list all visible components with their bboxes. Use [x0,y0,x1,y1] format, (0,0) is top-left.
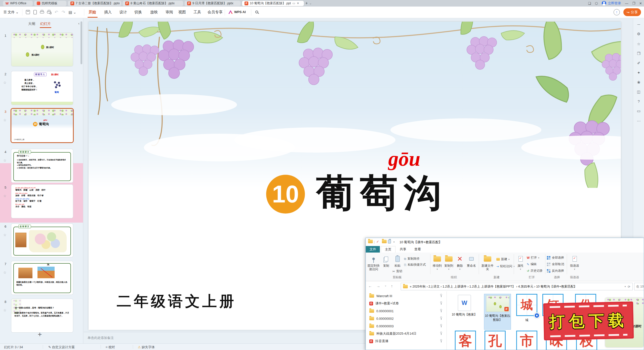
undo-icon[interactable]: ↶ [53,9,59,15]
present-icon[interactable]: ▭ [292,2,295,5]
qa-newfolder-icon[interactable] [382,240,386,244]
breadcrumb[interactable]: « 2025年秋 › 2上语文 › 1.2语上 上课课件 › 1.2语上 上课课… [410,285,623,289]
redo-icon[interactable]: ↷ [60,9,66,15]
explorer-tab-home[interactable]: 主页 [381,246,395,253]
qa-properties-icon[interactable]: ✓ [376,240,381,244]
print-icon[interactable] [39,9,45,15]
tab-outline[interactable]: 大纲 [28,22,35,26]
close-icon[interactable]: ✕ [639,2,642,5]
window-stack-icon[interactable]: ❏ [588,2,591,5]
theme-skin-icon[interactable]: ✦ [633,71,644,75]
copy-path-button[interactable]: ⧉复制路径 [404,257,420,261]
recent-chevron-icon[interactable]: ⌄ [384,284,387,287]
rename-button[interactable]: 重命名 [465,255,477,267]
qa-paste-icon[interactable] [388,240,392,244]
new-folder-button[interactable]: 新建文件夹 [480,255,495,271]
share-button[interactable]: ↪分享 [623,8,641,16]
animation-star-icon[interactable]: ☆ [3,158,7,162]
animation-star-icon[interactable]: ☆ [3,308,7,312]
up-icon[interactable]: ↑ [391,284,393,288]
select-all-button[interactable]: 全部选择 [547,256,564,260]
history-button[interactable]: ↺历史记录 [527,269,543,273]
pane-divider[interactable] [447,291,447,350]
menu-transition[interactable]: 切换 [134,10,142,15]
menu-member[interactable]: 会员专享 [208,10,223,15]
address-bar[interactable]: « 2025年秋 › 2上语文 › 1.2语上 上课课件 › 1.2语上 上课课… [401,283,633,290]
more-icon[interactable]: ⋯ [633,119,644,123]
nav-item[interactable]: Warcraft III [369,293,392,299]
animation-star-icon[interactable]: ☆ [633,42,644,46]
animation-star-icon[interactable]: ☆ [3,118,7,122]
menu-home[interactable]: 开始 [89,10,96,15]
file-label[interactable]: 城 [516,318,537,322]
resource-search-icon[interactable]: ◫ [633,90,644,94]
delete-button[interactable]: ✕删除▾ [455,255,465,271]
proofread-button[interactable]: ⌗ 校对 [106,345,115,349]
nav-item[interactable]: O抖音直播 [369,338,388,344]
slide-thumbnail-3-selected[interactable]: gōu 10 葡萄沟 二年级语文上册 [11,109,73,142]
paste-shortcut-button[interactable]: ⎘粘贴快捷方式 [404,263,426,267]
minimize-icon[interactable]: — [625,2,628,5]
forward-icon[interactable]: → [376,284,380,288]
file-char-card[interactable]: 客 [455,331,476,350]
invert-selection-button[interactable]: 反向选择 [547,269,564,273]
app-box-icon[interactable]: ⬡ [595,2,598,5]
filter-button[interactable]: ✓筛选器▾ [568,255,581,271]
object-properties-icon[interactable]: ⚙ [633,32,644,36]
cut-button[interactable]: ✂剪切 [392,269,402,273]
tab-doc-9[interactable]: P 9 日月潭【教案匹配版】.pptx [185,1,240,6]
slide-thumbnail-6[interactable]: 品读课文 [11,224,73,257]
menu-view[interactable]: 视图 [178,10,186,15]
print-preview-icon[interactable] [46,9,52,15]
menu-design[interactable]: 设计 [119,10,127,15]
menu-review[interactable]: 审阅 [166,10,173,15]
menu-tools[interactable]: 工具 [193,10,201,15]
close-tab-icon[interactable]: ✕ [297,2,299,5]
file-char-card[interactable]: 城 [516,294,537,316]
easy-access-button[interactable]: ⇥轻松访问▾ [496,264,515,268]
restore-icon[interactable]: ❐ [632,2,635,5]
format-painter-icon[interactable]: ▤ ⌄ [67,9,77,15]
file-ppt-selected[interactable]: P 10 葡萄沟【教案匹配版】 [484,294,511,330]
collapse-panel-icon[interactable]: ‹ [78,21,79,25]
refresh-icon[interactable]: ⟳ [628,285,630,289]
explorer-tab-view[interactable]: 查看 [411,246,425,253]
slide-thumbnail-7[interactable]: 沟 新疆吐鲁番生活着一个少数民族，叫维吾尔族，维吾尔族人热情好客。 [11,261,73,295]
file-menu-button[interactable]: ☰ 文件 ⌄ [4,10,19,15]
new-tab-icon[interactable]: + [305,1,308,6]
beautify-icon[interactable]: ❀ [633,80,644,85]
new-item-button[interactable]: 新建▾ [496,257,510,261]
animation-star-icon[interactable]: ☆ [3,233,7,237]
animation-star-icon[interactable]: ☆ [3,81,7,85]
qa-customize-chevron-icon[interactable]: ▾ [393,241,398,245]
nav-item[interactable]: 0.00000002 [369,316,394,322]
upload-icon[interactable]: ↑ [614,9,620,15]
explorer-tab-file[interactable]: 文件 [366,246,380,253]
login-button[interactable]: 立即登录 [602,1,621,6]
address-dropdown-icon[interactable]: ▾ [625,285,626,288]
paste-button[interactable]: 粘贴 [392,255,403,267]
panel-scrollbar[interactable] [80,21,82,64]
tab-list-chevron-icon[interactable]: ⌄ [309,2,312,5]
pin-quick-access-button[interactable]: 固定到快速访问 [367,255,380,271]
wps-ai-button[interactable]: WPS AI [228,10,246,14]
nav-item[interactable]: O课件+教案+试卷 [369,300,399,306]
animation-star-icon[interactable]: ☆ [3,194,7,198]
add-slide-button[interactable]: + [38,330,42,338]
slide-thumbnail-5[interactable]: pú táo gōu jiāng pō mì zhī 葡萄沟 新疆 山坡 茂密 … [11,185,73,218]
animation-star-icon[interactable]: ☆ [3,270,7,274]
back-icon[interactable]: ← [368,284,372,288]
slide-thumbnail-1[interactable]: 第1课时 第2课时 [11,33,73,66]
open-button[interactable]: W打开▾ [527,256,539,260]
slide-thumbnail-8[interactable]: 读一读第1自然段，思考：葡萄沟好在哪里？ 新疆吐鲁番有个地方叫葡萄沟。那里盛产水… [11,299,73,332]
nav-item[interactable]: 种族大战最新2025-4月14日 [369,331,416,337]
properties-button[interactable]: ✓属性▾ [515,255,526,271]
copy-button[interactable]: 复制 [381,255,391,267]
nav-item[interactable]: 0.00000001 [369,308,394,314]
export-icon[interactable] [32,9,38,15]
comment-icon[interactable]: ▭ [633,109,644,113]
collapse-pane-icon[interactable]: ─ [633,22,644,26]
lesson-number-badge[interactable]: 10 [266,175,305,214]
file-char-card[interactable]: 市 [516,331,537,350]
tab-wps-office[interactable]: W WPS Office [3,1,33,6]
